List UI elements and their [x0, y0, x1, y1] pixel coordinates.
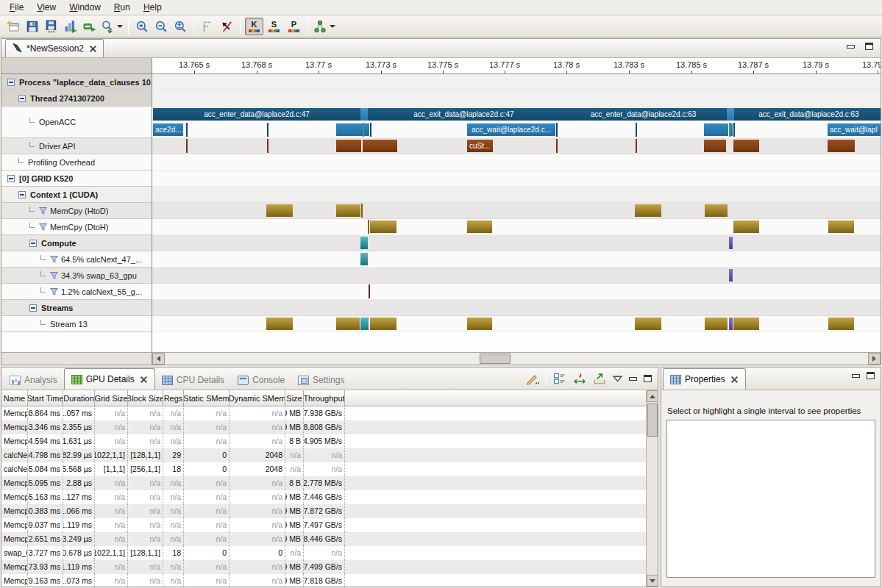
timeline-interval[interactable] — [828, 140, 855, 152]
timeline-interval[interactable] — [705, 318, 728, 330]
timeline-interval[interactable] — [266, 318, 293, 330]
maximize-panel-icon[interactable] — [644, 375, 652, 382]
tree-item-thread[interactable]: Thread 2741307200 — [1, 90, 152, 107]
tree-item-stream-13[interactable]: Stream 13 — [1, 316, 152, 332]
timeline-interval[interactable]: acc_enter_data@laplace2d.c:47 — [153, 108, 360, 121]
filter-icon[interactable] — [50, 272, 58, 279]
timeline-interval[interactable] — [828, 220, 854, 233]
timeline-interval[interactable] — [360, 237, 368, 249]
timeline-interval[interactable] — [729, 269, 733, 282]
table-row[interactable]: swap_6173.727 ms50.678 µs[1022,1,1][128,… — [1, 546, 646, 560]
timeline-tick[interactable] — [186, 139, 188, 153]
new-session-button[interactable] — [4, 18, 22, 35]
timeline-tick[interactable] — [369, 284, 370, 298]
table-row[interactable]: Memcp155.095 ms2.88 µsn/an/an/an/an/a8 B… — [1, 476, 646, 490]
profile-application-button[interactable] — [62, 18, 79, 35]
timeline-interval[interactable] — [360, 318, 369, 330]
tab-properties[interactable]: Properties — [663, 368, 746, 390]
timeline-interval[interactable]: ace2d.... — [153, 123, 183, 136]
timeline-tick[interactable] — [556, 123, 558, 137]
timeline-tick[interactable] — [267, 139, 268, 153]
table-row[interactable]: Memcp179.163 ms1.073 msn/an/an/an/an/a9 … — [1, 574, 646, 587]
timeline-interval[interactable] — [370, 318, 396, 330]
timeline-interval[interactable] — [266, 204, 293, 217]
tab-settings[interactable]: Settings — [291, 370, 351, 390]
timeline-interval[interactable] — [729, 318, 733, 330]
table-row[interactable]: calcNe154.798 ms282.99 µs[1022,1,1][128,… — [1, 448, 646, 462]
collapse-icon[interactable] — [18, 95, 26, 102]
timeline-tick[interactable] — [186, 123, 188, 137]
tree-item-profiling-overhead[interactable]: Profiling Overhead — [1, 154, 152, 171]
column-header-throughput[interactable]: Throughput — [304, 390, 345, 406]
column-header-block-size[interactable]: Block Size — [128, 390, 163, 406]
timeline-interval[interactable] — [336, 318, 360, 330]
timeline-interval[interactable] — [733, 140, 759, 152]
column-header-duration[interactable]: Duration — [63, 390, 95, 406]
scroll-up-icon[interactable] — [647, 390, 658, 402]
scroll-down-icon[interactable] — [647, 575, 658, 587]
timeline-interval[interactable] — [635, 204, 661, 217]
zoom-in-button[interactable] — [133, 18, 151, 35]
tree-item-memcpy-dtoh[interactable]: MemCpy (DtoH) — [1, 219, 152, 235]
column-header-static-smem[interactable]: Static SMem — [184, 390, 230, 406]
timeline-interval[interactable] — [467, 318, 492, 330]
tree-item-memcpy-htod[interactable]: MemCpy (HtoD) — [1, 203, 152, 219]
reset-view-button[interactable] — [218, 18, 235, 35]
minimize-icon[interactable] — [847, 45, 855, 49]
save-as-button[interactable] — [43, 18, 60, 35]
fit-columns-icon[interactable] — [573, 372, 586, 385]
menu-item-window[interactable]: Window — [63, 1, 107, 14]
edit-annotation-icon[interactable] — [526, 372, 539, 385]
table-row[interactable]: calcNe155.084 ms5.568 µs[1,1,1][256,1,1]… — [1, 462, 646, 476]
column-header-regs[interactable]: Regs — [163, 390, 184, 406]
timeline-tick[interactable] — [733, 123, 735, 137]
close-properties-icon[interactable] — [730, 376, 739, 384]
zoom-fit-button[interactable] — [171, 18, 189, 35]
hscroll-thumb[interactable] — [480, 354, 511, 364]
filter-icon[interactable] — [39, 223, 47, 231]
timeline-interval[interactable] — [336, 204, 360, 217]
column-header-name[interactable]: Name — [1, 390, 28, 406]
menu-item-help[interactable]: Help — [137, 1, 168, 14]
import-session-button[interactable] — [81, 18, 99, 35]
timeline-interval[interactable]: cuSt... — [467, 140, 493, 152]
table-row[interactable]: Memcp154.594 ms1.631 µsn/an/an/an/an/a8 … — [1, 434, 646, 448]
tab-analysis[interactable]: Analysis — [3, 370, 64, 390]
timeline-tick[interactable] — [556, 139, 558, 153]
timeline-interval[interactable] — [730, 123, 733, 136]
menu-item-view[interactable]: View — [30, 1, 63, 14]
timeline-interval[interactable] — [364, 123, 369, 136]
minimize-properties-icon[interactable] — [852, 374, 860, 378]
timeline-tick[interactable] — [267, 123, 268, 137]
table-row[interactable]: Memcp160.383 ms1.066 msn/an/an/an/an/a9 … — [1, 504, 646, 518]
tab-cpu-details[interactable]: CPU Details — [155, 370, 231, 390]
collapse-icon[interactable] — [29, 240, 37, 247]
tab-console[interactable]: Console — [231, 370, 291, 390]
view-menu-icon[interactable] — [613, 376, 622, 382]
layout-detail-icon[interactable] — [553, 372, 566, 385]
timeline-interval[interactable] — [360, 253, 368, 265]
timeline-interval[interactable] — [363, 140, 397, 152]
timeline-interval[interactable] — [704, 140, 726, 152]
table-row[interactable]: Memcp169.037 ms1.119 msn/an/an/an/an/a9 … — [1, 518, 646, 532]
column-header-dynamic-smem[interactable]: Dynamic SMem — [230, 390, 285, 406]
column-header-grid-size[interactable]: Grid Size — [95, 390, 128, 406]
timeline-interval[interactable]: acc_exit_data@laplace2d.c:63 — [734, 108, 881, 121]
timeline-interval[interactable] — [733, 220, 759, 233]
timeline-tick[interactable] — [370, 123, 371, 137]
maximize-properties-icon[interactable] — [867, 372, 875, 379]
table-row[interactable]: Memcp148.864 ms1.057 msn/an/an/an/an/a9 … — [1, 406, 646, 420]
zoom-out-button[interactable] — [152, 18, 170, 35]
hscroll-track[interactable] — [152, 353, 881, 365]
colorize-processes-button[interactable]: P — [285, 18, 303, 35]
column-header-start-time[interactable]: Start Time — [28, 390, 63, 406]
timeline-interval[interactable]: acc_wait@lapl — [828, 123, 881, 136]
tree-item-process[interactable]: Process "laplace_data_clauses 10... — [1, 74, 152, 90]
filter-icon[interactable] — [39, 207, 47, 215]
filter-icon[interactable] — [50, 256, 58, 263]
timeline-interval[interactable] — [705, 204, 728, 217]
close-tab-icon[interactable] — [89, 45, 97, 53]
scroll-right-icon[interactable] — [868, 353, 881, 365]
dropdown-caret-icon[interactable] — [117, 25, 123, 28]
goto-marker-button[interactable] — [199, 18, 216, 35]
